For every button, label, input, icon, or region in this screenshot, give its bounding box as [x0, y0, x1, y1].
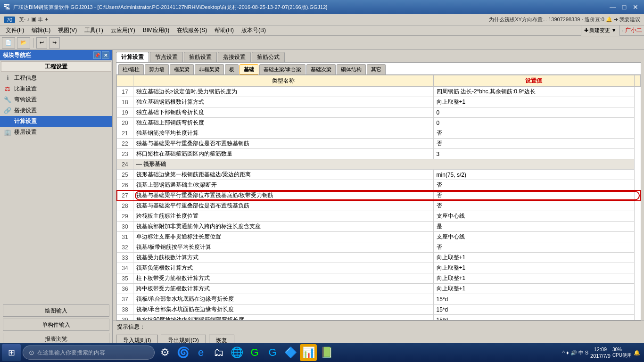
tab-other[interactable]: 其它 [367, 64, 386, 74]
tab-col[interactable]: 柱/墙柱 [118, 64, 144, 74]
setting-value[interactable]: 向上取整+1 [433, 284, 634, 294]
taskbar-icon-5[interactable]: 🌐 [228, 344, 245, 361]
tab-rebar-settings[interactable]: 箍筋设置 [184, 52, 217, 62]
sidebar-close-icon[interactable]: ✕ [102, 51, 109, 59]
taskbar-icon-9[interactable]: 📊 [300, 344, 317, 361]
table-row[interactable]: 24 — 筏形基础 [117, 159, 641, 170]
tab-node-settings[interactable]: 节点设置 [150, 52, 183, 62]
table-row[interactable]: 34 筏基负筋根数计算方式 向上取整+1 [117, 263, 641, 273]
setting-value[interactable]: 0 [433, 107, 634, 118]
sidebar-pin-icon[interactable]: 📌 [93, 51, 101, 59]
tab-masonry[interactable]: 砌体结构 [337, 64, 366, 74]
tab-foundation-sub-beam[interactable]: 基础次梁 [306, 64, 336, 74]
table-row[interactable]: 29 跨筏板主筋标注长度位置 支座中心线 [117, 211, 641, 222]
sidebar-item-engineering-info[interactable]: ℹ 工程信息 [0, 73, 112, 83]
table-row[interactable]: 22 独基与基础梁平行重叠部位是否布置独基钢筋 否 [117, 139, 641, 149]
close-button[interactable]: ✕ [631, 2, 640, 12]
guang-xiao[interactable]: 广小二 [625, 26, 642, 34]
minimize-button[interactable]: — [608, 2, 618, 12]
maximize-button[interactable]: □ [619, 2, 629, 12]
table-row[interactable]: 19 独立基础下部钢筋弯折长度 0 [117, 107, 641, 118]
table-row[interactable]: 23 杯口短柱在基础箍筋圆区内的箍筋数量 3 [117, 149, 641, 159]
setting-value[interactable]: 向上取整+1 [433, 97, 634, 107]
tab-rebar-formula[interactable]: 箍筋公式 [252, 52, 285, 62]
setting-value[interactable]: 四周钢筋 边长-2*bhc,其余钢筋:0.9*边长 [433, 87, 634, 97]
table-row[interactable]: 36 跨中板带受力筋根数计算方式 向上取整+1 [117, 284, 641, 294]
table-row[interactable]: 20 独立基础上部钢筋弯折长度 0 [117, 118, 641, 128]
taskbar-icon-6[interactable]: G [246, 344, 263, 361]
setting-value[interactable]: 向上取整+1 [433, 263, 634, 273]
table-row[interactable]: 28 筏基与基础梁平行重叠部位是否布置筏基负筋 否 [117, 201, 641, 211]
setting-value[interactable]: 否 [433, 128, 634, 139]
table-row[interactable]: 30 筏基底部附加非贯通筋伸入跨内的标注长度含支座 是 [117, 222, 641, 232]
setting-value[interactable]: 15*d [433, 315, 634, 321]
sidebar-item-calc[interactable]: 🖩 计算设置 [0, 116, 112, 127]
taskbar-search[interactable]: ⊙ 在这里输入你要搜索的内容 [23, 346, 155, 360]
table-row[interactable]: 25 筏形基础边缘第一根钢筋距基础边/梁边的距离 min(75, s/2) [117, 170, 641, 180]
table-row[interactable]: 26 筏基上部钢筋遇基础主/次梁断开 否 [117, 180, 641, 190]
taskbar-icon-4[interactable]: 🗂 [210, 344, 227, 361]
menu-file[interactable]: 文件(F) [2, 25, 28, 36]
menu-help[interactable]: 帮助(H) [211, 25, 238, 36]
menu-online[interactable]: 在线服务(S) [173, 25, 211, 36]
start-button[interactable]: ⊞ [2, 344, 21, 361]
setting-value[interactable]: 否 [433, 190, 634, 201]
menu-tools[interactable]: 工具(T) [81, 25, 107, 36]
setting-value[interactable]: 15*d [433, 304, 634, 315]
setting-value[interactable]: 支座中心线 [433, 232, 634, 242]
single-component-button[interactable]: 单构件输入 [3, 319, 109, 331]
undo-btn[interactable]: ↩ [36, 37, 47, 49]
sidebar-item-floor[interactable]: 🏢 楼层设置 [0, 127, 112, 138]
setting-value[interactable]: 否 [433, 201, 634, 211]
table-row[interactable]: 32 筏基/板带钢筋按平均长度计算 否 [117, 242, 641, 253]
taskbar-icon-2[interactable]: 🌀 [174, 344, 191, 361]
sidebar-item-compare[interactable]: ⚖ 比重设置 [0, 83, 112, 94]
drawing-input-button[interactable]: 绘图输入 [3, 304, 109, 317]
setting-value[interactable]: 是 [433, 222, 634, 232]
table-row[interactable]: 31 单边标注支座非贯通标注长度位置 支座中心线 [117, 232, 641, 242]
new-change-button[interactable]: ✚ 新建变更 ▼ [581, 25, 620, 36]
menu-view[interactable]: 视图(V) [54, 25, 81, 36]
table-row[interactable]: 18 独立基础钢筋根数计算方式 向上取整+1 [117, 97, 641, 107]
menu-edit[interactable]: 编辑(E) [28, 25, 54, 36]
setting-value[interactable]: 向上取整+1 [433, 273, 634, 284]
taskbar-icon-10[interactable]: 📗 [318, 344, 335, 361]
sidebar-item-splice[interactable]: 🔗 搭接设置 [0, 105, 112, 116]
table-row[interactable]: 21 独基钢筋按平均长度计算 否 [117, 128, 641, 139]
setting-value[interactable]: 0 [433, 118, 634, 128]
table-row[interactable]: 27 筏基与基础梁平行重叠部位布置筏基底筋/板带受力钢筋 否 [117, 190, 641, 201]
table-row[interactable]: 35 柱下板带受力筋根数计算方式 向上取整+1 [117, 273, 641, 284]
notification-icon[interactable]: 🔔 [634, 350, 640, 356]
table-row[interactable]: 17 独立基础边长≥设定值时,受力钢筋长度为 四周钢筋 边长-2*bhc,其余钢… [117, 87, 641, 97]
tab-slab[interactable]: 板 [225, 64, 239, 74]
redo-btn[interactable]: ↪ [49, 37, 60, 49]
new-btn[interactable]: 📄 [2, 37, 15, 49]
open-btn[interactable]: 📂 [17, 37, 30, 49]
table-row[interactable]: 39 集水坑90度放坡边内斜面钢筋端部弯折长度 15*d [117, 315, 641, 321]
table-row[interactable]: 37 筏板/承台部集水坑底筋在边缘弯折长度 15*d [117, 294, 641, 304]
tab-frame-beam[interactable]: 框架梁 [170, 64, 194, 74]
table-row[interactable]: 33 筏基受力筋根数计算方式 向上取整+1 [117, 253, 641, 263]
setting-value[interactable]: 否 [433, 242, 634, 253]
taskbar-icon-1[interactable]: ⚙ [157, 344, 173, 361]
tab-shear-wall[interactable]: 剪力墙 [145, 64, 169, 74]
setting-value[interactable]: min(75, s/2) [433, 170, 634, 180]
setting-value[interactable]: 否 [433, 180, 634, 190]
taskbar-icon-7[interactable]: G [264, 344, 281, 361]
menu-cloud[interactable]: 云应用(Y) [107, 25, 139, 36]
taskbar-icon-8[interactable]: 🔷 [282, 344, 299, 361]
table-row[interactable]: 38 筏板/承台部集水坑面筋在边缘弯折长度 15*d [117, 304, 641, 315]
tab-calc-settings[interactable]: 计算设置 [116, 52, 149, 62]
tab-foundation-beam[interactable]: 基础主梁/承台梁 [259, 64, 305, 74]
menu-version[interactable]: 版本号(B) [238, 25, 270, 36]
taskbar-icon-3[interactable]: e [192, 344, 209, 361]
menu-bim[interactable]: BIM应用(I) [139, 25, 173, 36]
setting-value[interactable]: 3 [433, 149, 634, 159]
setting-value[interactable]: 15*d [433, 294, 634, 304]
sidebar-item-bend[interactable]: 🔧 弯钩设置 [0, 94, 112, 105]
tab-non-frame-beam[interactable]: 非框架梁 [195, 64, 224, 74]
tab-foundation[interactable]: 基础 [239, 64, 258, 74]
setting-value[interactable]: 否 [433, 139, 634, 149]
setting-value[interactable]: 向上取整+1 [433, 253, 634, 263]
setting-value[interactable]: 支座中心线 [433, 211, 634, 222]
